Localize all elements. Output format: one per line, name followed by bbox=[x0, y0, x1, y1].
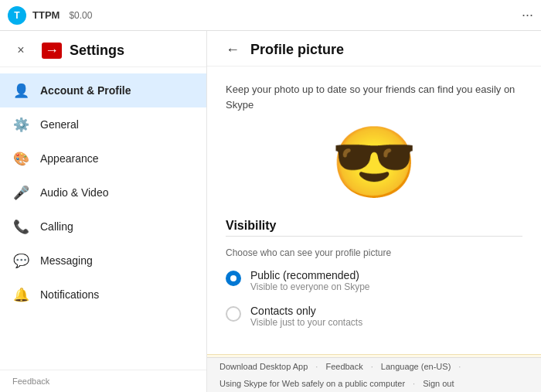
radio-option-public: Public (recommended) Visible to everyone… bbox=[226, 269, 522, 292]
panel-title: Profile picture bbox=[250, 42, 344, 58]
sidebar-item-calling[interactable]: 📞 Calling bbox=[0, 210, 207, 244]
app-logo: T bbox=[8, 6, 26, 25]
sep3: · bbox=[458, 362, 461, 371]
safety-link[interactable]: Using Skype for Web safely on a public c… bbox=[219, 379, 405, 388]
sidebar-item-appearance[interactable]: 🎨 Appearance bbox=[0, 141, 207, 176]
audio-label: Audio & Video bbox=[40, 186, 108, 199]
visibility-label: Visibility bbox=[226, 219, 522, 233]
radio-option-contacts: Contacts only Visible just to your conta… bbox=[226, 305, 522, 328]
sidebar-item-notifications[interactable]: 🔔 Notifications bbox=[0, 278, 207, 312]
contacts-label: Contacts only bbox=[250, 305, 362, 317]
profile-emoji: 😎 bbox=[331, 128, 417, 197]
messaging-label: Messaging bbox=[40, 254, 93, 267]
section-divider bbox=[226, 236, 522, 237]
audio-icon: 🎤 bbox=[12, 184, 29, 201]
general-icon: ⚙️ bbox=[12, 116, 29, 133]
profile-description: Keep your photo up to date so your frien… bbox=[226, 82, 522, 112]
feedback-link-bottom[interactable]: Feedback bbox=[325, 362, 362, 371]
calling-icon: 📞 bbox=[12, 218, 29, 235]
radio-public-text: Public (recommended) Visible to everyone… bbox=[250, 269, 370, 292]
messaging-icon: 💬 bbox=[12, 252, 29, 269]
appearance-icon: 🎨 bbox=[12, 150, 29, 167]
sep4: · bbox=[413, 379, 415, 388]
public-sublabel: Visible to everyone on Skype bbox=[250, 281, 370, 292]
notifications-label: Notifications bbox=[40, 288, 99, 301]
panel-header: ← Profile picture bbox=[207, 31, 541, 66]
settings-header: × → Settings bbox=[0, 31, 207, 67]
contacts-sublabel: Visible just to your contacts bbox=[250, 317, 362, 328]
main-content: 🔍 En... Turn on... new me... 💬 👥 🕐 RECEN… bbox=[0, 31, 541, 392]
red-arrow-indicator: → bbox=[42, 43, 62, 59]
settings-nav: 👤 Account & Profile ⚙️ General 🎨 Appeara… bbox=[0, 67, 207, 370]
appearance-label: Appearance bbox=[40, 152, 99, 165]
sidebar-item-audio[interactable]: 🎤 Audio & Video bbox=[0, 176, 207, 210]
radio-public[interactable] bbox=[226, 271, 241, 286]
top-bar: T TTPM $0.00 ··· bbox=[0, 0, 541, 31]
public-label: Public (recommended) bbox=[250, 269, 370, 281]
close-button[interactable]: × bbox=[12, 42, 29, 59]
radio-contacts[interactable] bbox=[226, 306, 241, 322]
download-app-link[interactable]: Download Desktop App bbox=[219, 362, 308, 371]
bottom-bar: Download Desktop App · Feedback · Langua… bbox=[207, 357, 541, 392]
notifications-icon: 🔔 bbox=[12, 286, 29, 303]
more-options-button[interactable]: ··· bbox=[522, 7, 533, 23]
app-left-panel: 🔍 En... Turn on... new me... 💬 👥 🕐 RECEN… bbox=[0, 31, 207, 392]
app-title: TTPM bbox=[32, 9, 60, 21]
settings-title: Settings bbox=[70, 43, 124, 59]
panel-body: Keep your photo up to date so your frien… bbox=[207, 66, 541, 392]
feedback-link[interactable]: Feedback bbox=[12, 377, 49, 386]
settings-footer: Feedback bbox=[0, 370, 207, 392]
sidebar-item-messaging[interactable]: 💬 Messaging bbox=[0, 244, 207, 278]
calling-label: Calling bbox=[40, 220, 73, 233]
sidebar-item-general[interactable]: ⚙️ General bbox=[0, 107, 207, 141]
app-price: $0.00 bbox=[69, 10, 92, 21]
back-button[interactable]: ← bbox=[226, 42, 240, 58]
sign-out-link[interactable]: Sign out bbox=[423, 379, 454, 388]
sep1: · bbox=[315, 362, 318, 371]
emoji-container: 😎 bbox=[226, 128, 522, 197]
settings-overlay: × → Settings 👤 Account & Profile ⚙️ Gene… bbox=[0, 31, 207, 392]
radio-contacts-text: Contacts only Visible just to your conta… bbox=[250, 305, 362, 328]
account-icon: 👤 bbox=[12, 82, 29, 99]
general-label: General bbox=[40, 118, 79, 131]
right-panel: ← Profile picture Keep your photo up to … bbox=[207, 31, 541, 392]
language-link[interactable]: Language (en-US) bbox=[381, 362, 451, 371]
sidebar-item-account[interactable]: 👤 Account & Profile bbox=[0, 73, 207, 107]
choose-label: Choose who can see your profile picture bbox=[226, 247, 522, 258]
sep2: · bbox=[371, 362, 373, 371]
account-label: Account & Profile bbox=[40, 84, 131, 97]
